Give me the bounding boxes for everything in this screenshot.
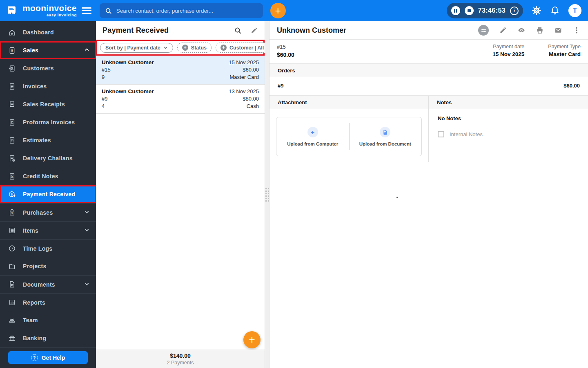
payment-date-label: Payment date xyxy=(492,44,524,49)
sidebar-item-reports[interactable]: Reports xyxy=(0,293,96,311)
more-options-kebab-icon[interactable] xyxy=(572,26,581,34)
svg-text:C: C xyxy=(11,174,13,177)
chevron-down-icon xyxy=(84,281,89,288)
chevron-down-icon xyxy=(84,227,89,234)
sidebar-item-sales[interactable]: $ Sales xyxy=(0,41,96,59)
delivery-challan-icon xyxy=(8,155,16,162)
list-edit-pencil-icon[interactable] xyxy=(250,27,258,34)
panel-resizer-handle[interactable] xyxy=(265,21,270,368)
sidebar-item-dashboard[interactable]: Dashboard xyxy=(0,23,96,41)
folder-icon xyxy=(8,263,16,270)
sidebar-item-sales-receipts[interactable]: Sales Receipts xyxy=(0,95,96,113)
upload-document-label: Upload from Document xyxy=(359,141,411,146)
list-panel-title: Payment Received xyxy=(102,26,169,35)
get-help-label: Get Help xyxy=(42,355,65,361)
receipt-icon xyxy=(8,101,16,108)
home-icon xyxy=(8,29,16,36)
list-search-icon[interactable] xyxy=(234,27,242,34)
app-root: mooninvoice easy invoicing + 73:46:53 i … xyxy=(0,0,588,368)
svg-text:$: $ xyxy=(11,49,13,52)
detail-title: Unknown Customer xyxy=(277,26,346,35)
sort-filter-chip[interactable]: Sort by | Payment date xyxy=(100,43,173,53)
payment-number: #15 xyxy=(102,67,229,73)
no-notes-text: No Notes xyxy=(438,115,579,121)
settings-gear-icon[interactable] xyxy=(532,6,541,16)
timer-info-icon[interactable]: i xyxy=(510,7,519,15)
upload-from-computer-button[interactable]: + Upload from Computer xyxy=(276,117,349,156)
payment-number: #15 xyxy=(277,44,294,50)
notifications-bell-icon[interactable] xyxy=(550,6,560,16)
sidebar-item-items[interactable]: Items xyxy=(0,221,96,239)
sidebar-item-label: Reports xyxy=(23,299,45,306)
sidebar-item-documents[interactable]: Documents xyxy=(0,275,96,293)
sidebar-item-purchases[interactable]: $ Purchases xyxy=(0,203,96,221)
sidebar-item-label: Customers xyxy=(23,65,54,72)
chevron-down-icon xyxy=(163,45,168,50)
sidebar-item-label: Estimates xyxy=(23,137,51,144)
payment-date-block: Payment date 15 Nov 2025 xyxy=(492,44,524,57)
payment-summary-right: Payment date 15 Nov 2025 Payment Type Ma… xyxy=(492,44,581,57)
sidebar-item-label: Payment Received xyxy=(23,191,76,197)
payment-list-item[interactable]: Unknown Customer 13 Nov 2025 #9 $80.00 4… xyxy=(96,85,265,114)
edit-pencil-icon[interactable] xyxy=(499,26,507,34)
sidebar-item-label: Delivery Challans xyxy=(23,155,73,162)
payment-date-value: 15 Nov 2025 xyxy=(492,51,524,57)
print-icon[interactable] xyxy=(536,26,544,34)
user-avatar[interactable]: T xyxy=(568,4,581,17)
internal-notes-row: Internal Notes xyxy=(438,131,579,137)
timer-stop-button[interactable] xyxy=(465,6,474,15)
contacts-icon xyxy=(8,65,16,72)
svg-text:P: P xyxy=(11,120,13,123)
team-people-icon xyxy=(8,316,16,324)
items-list-icon xyxy=(8,227,16,234)
sidebar-item-team[interactable]: Team xyxy=(0,311,96,329)
sidebar-nav: Dashboard $ Sales Customers Invoices Sal… xyxy=(0,21,96,368)
global-search-input[interactable] xyxy=(116,8,258,14)
sidebar-item-payment-received[interactable]: $ Payment Received xyxy=(0,185,96,203)
payment-customer: Unknown Customer xyxy=(102,88,229,94)
sidebar-item-customers[interactable]: Customers xyxy=(0,59,96,77)
filter-row: Sort by | Payment date + Status + Custom… xyxy=(96,40,265,56)
payment-received-icon: $ xyxy=(8,191,16,198)
timer-pause-button[interactable] xyxy=(451,6,460,15)
status-filter-chip[interactable]: + Status xyxy=(177,43,212,53)
sidebar-item-invoices[interactable]: Invoices xyxy=(0,77,96,95)
payment-detail-panel: Unknown Customer xyxy=(270,21,588,368)
sidebar-item-label: Sales Receipts xyxy=(23,101,65,108)
svg-text:$: $ xyxy=(11,212,13,215)
plus-circle-icon: + xyxy=(220,45,227,51)
sidebar-item-time-logs[interactable]: Time Logs xyxy=(0,239,96,257)
sidebar-item-label: Documents xyxy=(23,281,55,288)
attachment-upload-box: + Upload from Computer Upload from Docum… xyxy=(276,117,422,156)
preview-eye-icon[interactable] xyxy=(517,26,526,34)
sidebar-item-label: Dashboard xyxy=(23,29,54,36)
internal-notes-checkbox[interactable] xyxy=(438,131,444,137)
upload-from-document-button[interactable]: Upload from Document xyxy=(349,117,422,156)
sidebar-item-estimates[interactable]: Estimates xyxy=(0,131,96,149)
order-row[interactable]: #9 $60.00 xyxy=(270,77,588,96)
payment-summary: #15 $60.00 Payment date 15 Nov 2025 Paym… xyxy=(270,40,588,64)
hamburger-menu-icon[interactable] xyxy=(82,7,91,14)
sidebar-item-delivery-challans[interactable]: Delivery Challans xyxy=(0,149,96,167)
sidebar-item-label: Items xyxy=(23,227,38,234)
payment-list-item[interactable]: Unknown Customer 15 Nov 2025 #15 $60.00 … xyxy=(96,56,265,85)
sidebar-item-projects[interactable]: Projects xyxy=(0,257,96,275)
brand-logo[interactable]: mooninvoice easy invoicing xyxy=(0,4,77,17)
resizer-grip-dots xyxy=(265,188,269,202)
sidebar-item-proforma-invoices[interactable]: P Proforma Invoices xyxy=(0,113,96,131)
quick-add-button[interactable]: + xyxy=(270,3,286,18)
tune-filter-icon[interactable] xyxy=(478,25,489,36)
sort-filter-label: Sort by | Payment date xyxy=(105,45,160,51)
orders-section-heading: Orders xyxy=(270,64,588,77)
list-footer: $140.00 2 Payments xyxy=(96,350,265,368)
bar-chart-icon xyxy=(8,298,16,306)
add-payment-fab[interactable]: + xyxy=(243,331,261,348)
sidebar-item-credit-notes[interactable]: C Credit Notes xyxy=(0,167,96,185)
sidebar-item-banking[interactable]: Banking xyxy=(0,329,96,347)
help-question-icon: ? xyxy=(31,354,38,361)
email-envelope-icon[interactable] xyxy=(554,26,562,34)
get-help-button[interactable]: ? Get Help xyxy=(8,351,88,364)
timer-value: 73:46:53 xyxy=(478,7,506,14)
bank-icon xyxy=(8,334,16,342)
list-panel-header: Payment Received xyxy=(96,21,265,40)
